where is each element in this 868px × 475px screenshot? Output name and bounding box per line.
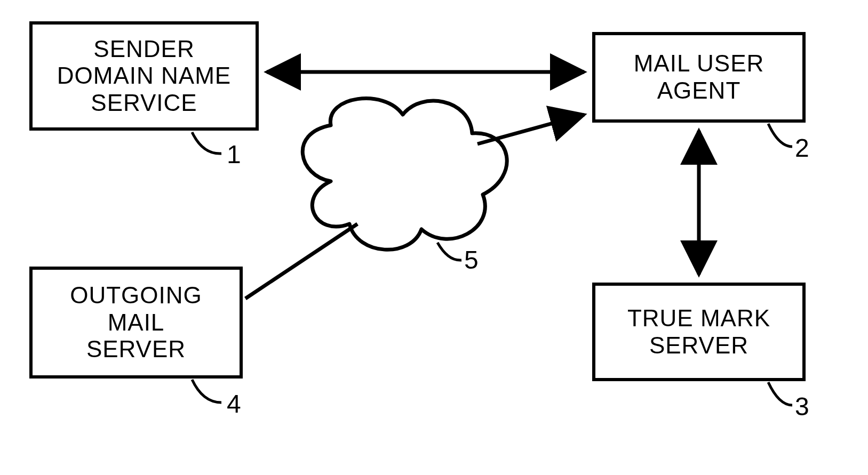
node-outgoing-mail-server: OUTGOINGMAILSERVER [29,267,243,379]
node-label: MAIL USERAGENT [634,50,765,104]
node-sender-dns: SENDERDOMAIN NAMESERVICE [29,21,259,131]
ref-5: 5 [464,245,479,275]
leader-5 [437,243,461,260]
leader-3 [768,382,792,405]
node-label: SENDERDOMAIN NAMESERVICE [57,36,231,117]
node-label: OUTGOINGMAILSERVER [70,282,202,363]
leader-4 [192,380,221,402]
ref-3: 3 [795,392,809,421]
ref-2: 2 [795,133,809,163]
leader-1 [192,132,221,154]
node-mail-user-agent: MAIL USERAGENT [592,32,806,123]
edge-outgoing-cloud [245,224,357,299]
leader-2 [768,124,792,147]
ref-4: 4 [227,389,241,418]
node-label: TRUE MARKSERVER [627,305,770,359]
cloud-icon [302,99,507,250]
edge-cloud-mua [477,115,584,144]
diagram-canvas: SENDERDOMAIN NAMESERVICE MAIL USERAGENT … [0,0,868,475]
ref-1: 1 [227,140,241,169]
node-true-mark-server: TRUE MARKSERVER [592,283,806,381]
